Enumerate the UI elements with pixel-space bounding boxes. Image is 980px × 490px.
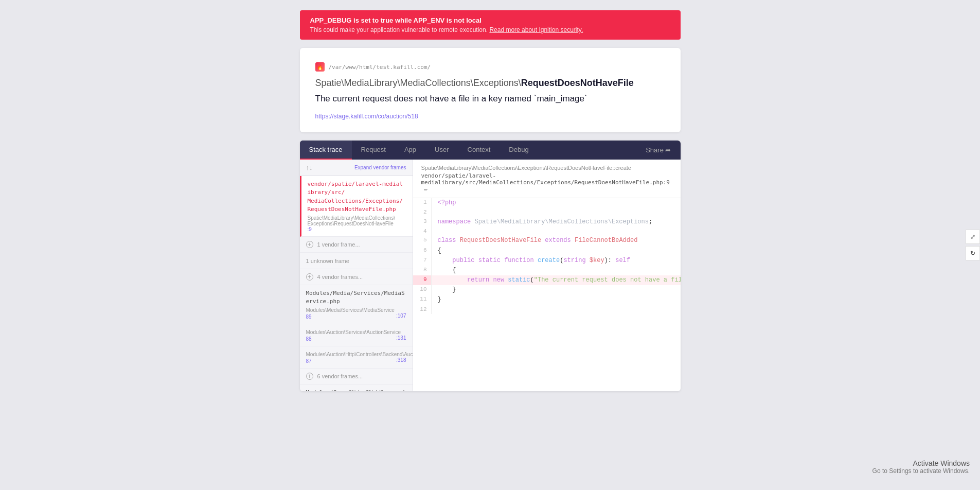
code-line-1: 1<?php [413, 198, 681, 208]
stack-sidebar: ↑↓ Expand vendor frames vendor/spatie/la… [300, 160, 413, 391]
expand-icon-1: + [306, 241, 313, 248]
code-block: 1<?php23namespace Spatie\MediaLibrary\Me… [413, 198, 681, 314]
tab-debug[interactable]: Debug [500, 141, 538, 160]
unknown-frame: 1 unknown frame [300, 253, 413, 269]
line-number-6: 6 [413, 246, 432, 256]
code-line-7: 7 public static function create(string $… [413, 256, 681, 266]
line-content-4 [432, 227, 444, 236]
line-content-6: { [432, 246, 448, 256]
tab-app[interactable]: App [395, 141, 425, 160]
line-number-4: 4 [413, 227, 432, 236]
code-line-8: 8 { [413, 266, 681, 275]
code-line-10: 10 } [413, 285, 681, 295]
line-number-12: 12 [413, 305, 432, 314]
frame-line-87: :318 [396, 357, 406, 364]
frame-class-88: Modules\Auction\Services\AuctionService [306, 329, 406, 335]
line-content-2 [432, 208, 444, 217]
logo-row: 🔥 /var/www/html/test.kafill.com/ [315, 62, 665, 72]
file-location-text: vendor/spatie/laravel-medialibrary/src/M… [421, 172, 670, 186]
file-path: /var/www/html/test.kafill.com/ [329, 64, 431, 71]
frame-file-active: vendor/spatie/laravel-medialibrary/src/M… [308, 180, 406, 214]
line-content-10: } [432, 285, 462, 295]
line-number-9: 9 [413, 275, 432, 285]
frame-line-88: :131 [396, 335, 406, 342]
error-card: 🔥 /var/www/html/test.kafill.com/ Spatie\… [300, 48, 681, 132]
stack-frame-87[interactable]: Modules\Auction\Http\Controllers\Backend… [300, 346, 413, 369]
frame-line-89: :107 [396, 313, 406, 320]
exception-message: The current request does not have a file… [315, 93, 665, 105]
vendor-frames-label-6: 6 vendor frames... [317, 373, 363, 379]
line-number-8: 8 [413, 266, 432, 275]
tab-request[interactable]: Request [352, 141, 395, 160]
sidebar-header: ↑↓ Expand vendor frames [300, 160, 413, 176]
frame-num-88: 88 [306, 336, 312, 342]
unknown-frame-label: 1 unknown frame [306, 258, 349, 264]
frame-file-89: Modules/Media/Services/MediaService.php [306, 289, 406, 306]
vendor-frames-4[interactable]: + 4 vendor frames... [300, 269, 413, 285]
expand-icon-6: + [306, 373, 313, 380]
line-content-7: public static function create(string $ke… [432, 256, 637, 266]
expand-vendor-button[interactable]: Expand vendor frames [354, 165, 406, 170]
line-content-9: return new static("The current request d… [432, 275, 681, 285]
stack-frame-89[interactable]: Modules/Media/Services/MediaService.php … [300, 285, 413, 324]
stack-frame-88[interactable]: Modules\Auction\Services\AuctionService … [300, 324, 413, 346]
line-content-8: { [432, 266, 462, 275]
code-line-11: 11} [413, 295, 681, 305]
warning-description: This could make your application vulnera… [310, 26, 670, 33]
code-line-12: 12 [413, 305, 681, 314]
line-number-3: 3 [413, 217, 432, 227]
sort-arrows[interactable]: ↑↓ [306, 164, 313, 171]
code-line-6: 6{ [413, 246, 681, 256]
expand-mini-icon[interactable]: ⤢ [966, 230, 980, 244]
line-number-5: 5 [413, 236, 432, 246]
line-number-2: 2 [413, 208, 432, 217]
code-line-9: 9 return new static("The current request… [413, 275, 681, 285]
frame-file-80: Modules/Core/Http/Middleware/AdminMiddle… [306, 389, 406, 391]
debug-panel: Stack trace Request App User Context Deb… [300, 141, 681, 391]
frame-class-87: Modules\Auction\Http\Controllers\Backend… [306, 352, 406, 357]
refresh-mini-icon[interactable]: ↻ [966, 246, 980, 260]
code-line-4: 4 [413, 227, 681, 236]
stack-frame-80[interactable]: Modules/Core/Http/Middleware/AdminMiddle… [300, 384, 413, 391]
tab-stack-trace[interactable]: Stack trace [300, 141, 352, 160]
exception-class-prefix: Spatie\MediaLibrary\MediaCollections\Exc… [315, 78, 521, 88]
line-content-5: class RequestDoesNotHaveFile extends Fil… [432, 236, 644, 246]
pencil-icon[interactable]: ✏️ [424, 186, 428, 192]
line-content-11: } [432, 295, 448, 305]
warning-title: APP_DEBUG is set to true while APP_ENV i… [310, 16, 670, 24]
line-number-11: 11 [413, 295, 432, 305]
code-header: Spatie\MediaLibrary\MediaCollections\Exc… [413, 160, 681, 198]
frame-class-89: Modules\Media\Services\MediaService [306, 307, 406, 313]
file-location: vendor/spatie/laravel-medialibrary/src/M… [421, 172, 672, 192]
vendor-frames-6[interactable]: + 6 vendor frames... [300, 369, 413, 384]
line-content-1: <?php [432, 198, 462, 208]
line-content-3: namespace Spatie\MediaLibrary\MediaColle… [432, 217, 659, 227]
vendor-frames-label-1: 1 vendor frame... [317, 241, 360, 248]
exception-url[interactable]: https://stage.kafill.com/co/auction/518 [315, 113, 418, 120]
frame-class-active: Spatie\MediaLibrary\MediaCollections\Exc… [308, 215, 406, 226]
warning-link[interactable]: Read more about Ignition security. [489, 26, 583, 33]
frame-num-87: 87 [306, 358, 312, 364]
stack-frame-active[interactable]: vendor/spatie/laravel-medialibrary/src/M… [300, 176, 413, 237]
right-mini-icons: ⤢ ↻ [966, 230, 980, 260]
line-content-12 [432, 305, 444, 314]
code-line-2: 2 [413, 208, 681, 217]
line-number-10: 10 [413, 285, 432, 295]
line-number-1: 1 [413, 198, 432, 208]
expand-icon-4: + [306, 273, 313, 281]
exception-class-name: RequestDoesNotHaveFile [521, 78, 634, 88]
code-line-3: 3namespace Spatie\MediaLibrary\MediaColl… [413, 217, 681, 227]
vendor-frames-label-4: 4 vendor frames... [317, 274, 363, 280]
class-path: Spatie\MediaLibrary\MediaCollections\Exc… [421, 165, 672, 171]
warning-banner: APP_DEBUG is set to true while APP_ENV i… [300, 10, 681, 40]
tab-share[interactable]: Share ➦ [636, 141, 680, 159]
tabs-bar: Stack trace Request App User Context Deb… [300, 141, 681, 160]
code-view: Spatie\MediaLibrary\MediaCollections\Exc… [413, 160, 681, 391]
exception-class: Spatie\MediaLibrary\MediaCollections\Exc… [315, 78, 665, 89]
code-line-5: 5class RequestDoesNotHaveFile extends Fi… [413, 236, 681, 246]
tab-user[interactable]: User [425, 141, 458, 160]
line-number-7: 7 [413, 256, 432, 266]
vendor-frames-1[interactable]: + 1 vendor frame... [300, 237, 413, 253]
tab-context[interactable]: Context [458, 141, 500, 160]
frame-num-89: 89 [306, 314, 312, 320]
